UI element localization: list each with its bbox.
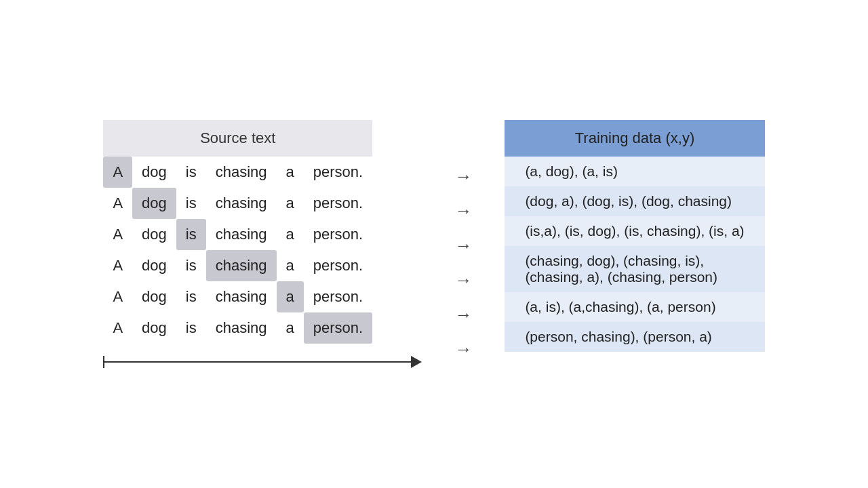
training-row: (dog, a), (dog, is), (dog, chasing) — [507, 186, 767, 216]
training-header: Training data (x,y) — [507, 120, 767, 157]
right-section: Training data (x,y) (a, dog), (a, is)(do… — [507, 120, 767, 352]
training-cell: (person, chasing), (person, a) — [507, 322, 767, 352]
source-cell: dog — [130, 250, 174, 281]
training-row: (a, is), (a,chasing), (a, person) — [507, 292, 767, 322]
source-cell: chasing — [203, 281, 274, 312]
source-cell: person. — [301, 312, 370, 344]
source-cell: a — [274, 219, 301, 250]
row-arrow: → — [446, 159, 480, 190]
training-cell: (a, is), (a,chasing), (a, person) — [507, 292, 767, 322]
training-row: (chasing, dog), (chasing, is),(chasing, … — [507, 246, 767, 292]
source-cell: is — [174, 281, 203, 312]
source-cell: dog — [130, 188, 174, 219]
source-cell: person. — [301, 219, 370, 250]
left-section: Source text Adogischasingaperson.Adogisc… — [100, 120, 419, 368]
source-cell: a — [274, 312, 301, 344]
source-row: Adogischasingaperson. — [100, 281, 370, 312]
training-row: (a, dog), (a, is) — [507, 157, 767, 186]
training-cell: (is,a), (is, dog), (is, chasing), (is, a… — [507, 216, 767, 246]
training-row: (is,a), (is, dog), (is, chasing), (is, a… — [507, 216, 767, 246]
source-cell: a — [274, 250, 301, 281]
source-cell: a — [274, 188, 301, 219]
source-cell: chasing — [203, 250, 274, 281]
source-cell: is — [174, 157, 203, 188]
main-container: Source text Adogischasingaperson.Adogisc… — [100, 120, 767, 368]
source-cell: person. — [301, 188, 370, 219]
row-arrow: → — [446, 190, 480, 222]
source-row: Adogischasingaperson. — [100, 157, 370, 188]
training-cell: (chasing, dog), (chasing, is),(chasing, … — [507, 246, 767, 292]
row-arrow: → — [446, 315, 480, 346]
source-cell: is — [174, 188, 203, 219]
source-cell: is — [174, 312, 203, 344]
source-cell: A — [100, 157, 130, 188]
source-row: Adogischasingaperson. — [100, 188, 370, 219]
source-table: Source text Adogischasingaperson.Adogisc… — [100, 120, 370, 344]
arrow-column: →→→→→→ — [446, 120, 480, 346]
training-cell: (dog, a), (dog, is), (dog, chasing) — [507, 186, 767, 216]
source-header: Source text — [100, 120, 370, 157]
source-cell: dog — [130, 281, 174, 312]
source-cell: A — [100, 188, 130, 219]
source-row: Adogischasingaperson. — [100, 250, 370, 281]
source-cell: dog — [130, 219, 174, 250]
timeline — [100, 356, 419, 368]
row-arrow: → — [446, 222, 480, 253]
timeline-line — [102, 361, 409, 363]
source-cell: A — [100, 281, 130, 312]
source-cell: dog — [130, 157, 174, 188]
source-cell: person. — [301, 281, 370, 312]
source-cell: chasing — [203, 219, 274, 250]
training-table: Training data (x,y) (a, dog), (a, is)(do… — [507, 120, 767, 352]
source-cell: dog — [130, 312, 174, 344]
source-cell: A — [100, 250, 130, 281]
row-arrow: → — [446, 284, 480, 315]
training-row: (person, chasing), (person, a) — [507, 322, 767, 352]
source-cell: chasing — [203, 157, 274, 188]
source-cell: a — [274, 281, 301, 312]
training-cell: (a, dog), (a, is) — [507, 157, 767, 186]
timeline-arrow-icon — [408, 356, 419, 368]
source-cell: is — [174, 250, 203, 281]
source-cell: a — [274, 157, 301, 188]
source-row: Adogischasingaperson. — [100, 312, 370, 344]
source-cell: chasing — [203, 188, 274, 219]
source-cell: chasing — [203, 312, 274, 344]
source-cell: A — [100, 312, 130, 344]
source-cell: person. — [301, 250, 370, 281]
row-arrow: → — [446, 253, 480, 284]
source-cell: is — [174, 219, 203, 250]
source-cell: person. — [301, 157, 370, 188]
source-cell: A — [100, 219, 130, 250]
source-row: Adogischasingaperson. — [100, 219, 370, 250]
